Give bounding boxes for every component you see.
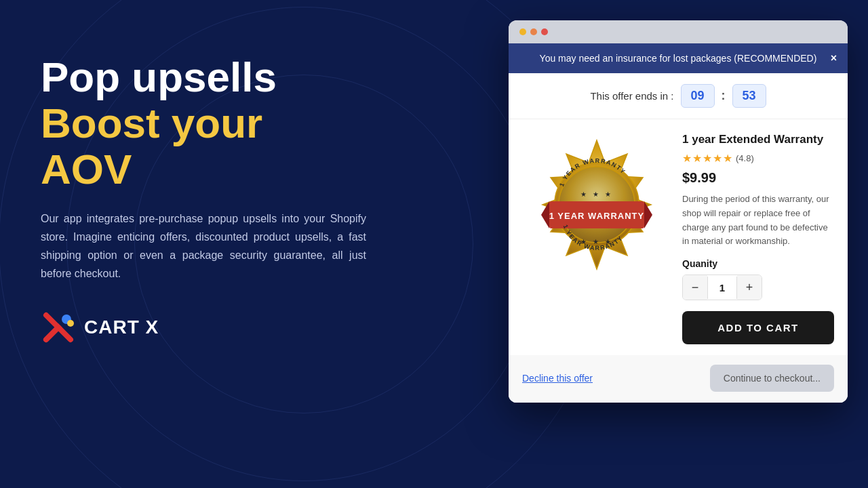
product-title: 1 year Extended Warranty — [682, 133, 834, 146]
browser-dot-yellow — [519, 28, 526, 35]
quantity-increase-button[interactable]: + — [737, 275, 762, 300]
add-to-cart-button[interactable]: ADD TO CART — [682, 311, 834, 344]
svg-text:1 YEAR WARRANTY: 1 YEAR WARRANTY — [549, 211, 644, 221]
headline-line1: Pop upsells — [41, 54, 277, 100]
description-text: Our app integrates pre-purchase popup up… — [41, 209, 366, 283]
product-description: During the period of this warranty, our … — [682, 192, 834, 249]
notification-bar: You may need an insurance for lost packa… — [509, 43, 848, 73]
browser-window: You may need an insurance for lost packa… — [509, 20, 848, 403]
star-rating: ★★★★★ (4.8) — [682, 152, 834, 165]
left-panel: Pop upsells Boost your AOV Our app integ… — [41, 54, 366, 345]
product-info: 1 year Extended Warranty ★★★★★ (4.8) $9.… — [682, 130, 834, 344]
product-image-wrap: 1 YEAR WARRANTY ★ ★ ★ 1 YEAR WARRANTY ★ … — [522, 130, 671, 279]
decline-offer-button[interactable]: Decline this offer — [522, 373, 593, 384]
timer-label: This offer ends in : — [590, 90, 673, 102]
browser-dot-red — [541, 28, 548, 35]
popup-footer: Decline this offer Continue to checkout.… — [509, 355, 848, 403]
warranty-badge-icon: 1 YEAR WARRANTY ★ ★ ★ 1 YEAR WARRANTY ★ … — [529, 137, 665, 272]
svg-text:★ ★ ★: ★ ★ ★ — [580, 190, 613, 198]
quantity-decrease-button[interactable]: − — [683, 275, 707, 300]
rating-count: (4.8) — [736, 153, 754, 163]
timer-seconds: 53 — [732, 84, 766, 108]
headline-line2: Boost your — [41, 100, 262, 146]
svg-point-1 — [67, 320, 74, 327]
quantity-label: Quanity — [682, 258, 834, 269]
timer-minutes: 09 — [681, 84, 715, 108]
notification-text: You may need an insurance for lost packa… — [540, 53, 817, 64]
quantity-controls: − 1 + — [682, 274, 762, 300]
product-price: $9.99 — [682, 170, 834, 186]
stars-icon: ★★★★★ — [682, 152, 733, 165]
close-button[interactable]: × — [831, 52, 837, 64]
browser-topbar — [509, 20, 848, 43]
quantity-value: 1 — [707, 277, 737, 299]
headline-line3: AOV — [41, 146, 132, 192]
popup-modal: You may need an insurance for lost packa… — [509, 43, 848, 403]
timer-section: This offer ends in : 09 : 53 — [509, 73, 848, 119]
brand-logo-area: CART X — [41, 310, 366, 345]
product-section: 1 YEAR WARRANTY ★ ★ ★ 1 YEAR WARRANTY ★ … — [509, 119, 848, 355]
cartx-logo-icon — [41, 310, 76, 345]
brand-name-text: CART X — [84, 317, 159, 338]
browser-dot-orange — [530, 28, 537, 35]
continue-checkout-button[interactable]: Continue to checkout... — [710, 365, 834, 392]
timer-colon: : — [722, 89, 726, 103]
headline: Pop upsells Boost your AOV — [41, 54, 366, 193]
